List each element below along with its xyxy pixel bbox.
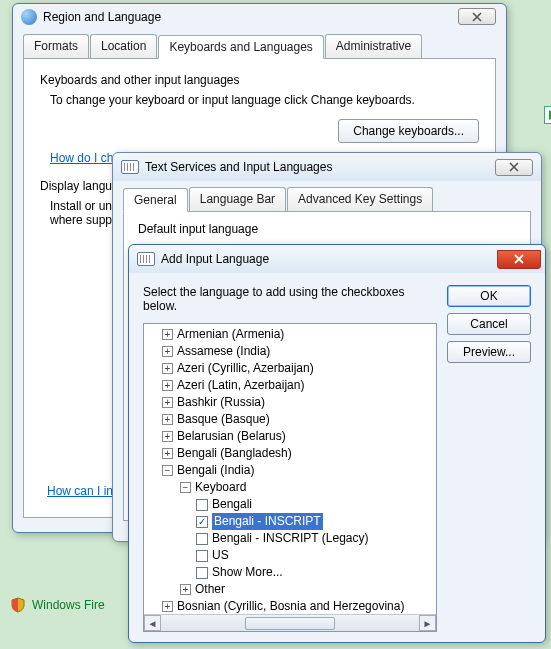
firewall-link-fragment: Windows Fire (10, 597, 105, 613)
tree-item[interactable]: +Bosnian (Cyrillic, Bosnia and Herzegovi… (148, 598, 434, 615)
tree-item-label: Belarusian (Belarus) (177, 428, 286, 445)
tree-item[interactable]: +Basque (Basque) (148, 411, 434, 428)
expand-toggle[interactable]: + (162, 363, 173, 374)
tree-keyboard-item[interactable]: Show More... (148, 564, 434, 581)
tree-keyboard-item[interactable]: Bengali - INSCRIPT (Legacy) (148, 530, 434, 547)
tree-other-node[interactable]: +Other (148, 581, 434, 598)
tab-keyboards-languages[interactable]: Keyboards and Languages (158, 35, 323, 59)
titlebar[interactable]: Region and Language (13, 4, 506, 30)
keyboards-section-desc: To change your keyboard or input languag… (50, 93, 479, 107)
checkbox[interactable] (196, 499, 208, 511)
keyboard-icon (137, 252, 155, 266)
window-title: Add Input Language (161, 252, 497, 266)
shield-icon (10, 597, 26, 613)
tree-item-label: Azeri (Latin, Azerbaijan) (177, 377, 304, 394)
titlebar[interactable]: Add Input Language (129, 245, 545, 273)
instruction-text: Select the language to add using the che… (143, 285, 437, 313)
tree-item-label: US (212, 547, 229, 564)
tree-item-label: Basque (Basque) (177, 411, 270, 428)
keyboard-icon (121, 160, 139, 174)
titlebar[interactable]: Text Services and Input Languages (113, 153, 541, 181)
tree-item-label: Armenian (Armenia) (177, 326, 284, 343)
add-input-language-window: Add Input Language Select the language t… (128, 244, 546, 643)
tree-item-expanded[interactable]: −Bengali (India) (148, 462, 434, 479)
ok-button[interactable]: OK (447, 285, 531, 307)
expand-toggle[interactable]: + (162, 380, 173, 391)
globe-icon (21, 9, 37, 25)
tree-item[interactable]: +Bengali (Bangladesh) (148, 445, 434, 462)
autoplay-icon (544, 106, 551, 124)
expand-toggle[interactable]: + (162, 448, 173, 459)
expand-toggle[interactable]: + (180, 584, 191, 595)
tree-item-label: Bosnian (Cyrillic, Bosnia and Herzegovin… (177, 598, 404, 615)
tab-location[interactable]: Location (90, 34, 157, 58)
tree-keyboard-item[interactable]: US (148, 547, 434, 564)
tab-formats[interactable]: Formats (23, 34, 89, 58)
tree-item[interactable]: +Bashkir (Russia) (148, 394, 434, 411)
window-title: Region and Language (43, 10, 498, 24)
change-keyboards-button[interactable]: Change keyboards... (338, 119, 479, 143)
tree-keyboard-item[interactable]: Bengali - INSCRIPT (148, 513, 434, 530)
expand-toggle[interactable]: + (162, 329, 173, 340)
expand-toggle[interactable]: + (162, 601, 173, 612)
expand-toggle[interactable]: + (162, 431, 173, 442)
scroll-thumb[interactable] (245, 617, 335, 630)
tree-item-label: Bengali - INSCRIPT (Legacy) (212, 530, 369, 547)
checkbox[interactable] (196, 516, 208, 528)
tree-keyboard-item[interactable]: Bengali (148, 496, 434, 513)
tab-administrative[interactable]: Administrative (325, 34, 422, 58)
checkbox[interactable] (196, 550, 208, 562)
tab-advanced-key[interactable]: Advanced Key Settings (287, 187, 433, 211)
how-change-link[interactable]: How do I cha (50, 151, 120, 165)
tree-item-label: Bengali (212, 496, 252, 513)
tree-item-label: Azeri (Cyrillic, Azerbaijan) (177, 360, 314, 377)
tab-language-bar[interactable]: Language Bar (189, 187, 286, 211)
expand-toggle[interactable]: − (162, 465, 173, 476)
tree-item-label: Show More... (212, 564, 283, 581)
checkbox[interactable] (196, 533, 208, 545)
tree-item[interactable]: +Assamese (India) (148, 343, 434, 360)
close-button[interactable] (495, 159, 533, 176)
tabstrip: General Language Bar Advanced Key Settin… (123, 187, 531, 211)
tab-general[interactable]: General (123, 188, 188, 212)
tree-item-label: Keyboard (195, 479, 246, 496)
tree-item-label: Bengali - INSCRIPT (212, 513, 323, 530)
close-button[interactable] (497, 250, 541, 269)
expand-toggle[interactable]: − (180, 482, 191, 493)
expand-toggle[interactable]: + (162, 414, 173, 425)
tree-item-label: Bengali (Bangladesh) (177, 445, 292, 462)
default-input-language-label: Default input language (138, 222, 516, 236)
expand-toggle[interactable]: + (162, 397, 173, 408)
tree-item[interactable]: +Belarusian (Belarus) (148, 428, 434, 445)
close-button[interactable] (458, 8, 496, 25)
firewall-label: Windows Fire (32, 598, 105, 612)
tree-item[interactable]: +Armenian (Armenia) (148, 326, 434, 343)
cancel-button[interactable]: Cancel (447, 313, 531, 335)
expand-toggle[interactable]: + (162, 346, 173, 357)
scroll-right-arrow[interactable]: ► (419, 615, 436, 631)
tree-item-label: Bengali (India) (177, 462, 254, 479)
keyboards-section-label: Keyboards and other input languages (40, 73, 479, 87)
horizontal-scrollbar[interactable]: ◄ ► (144, 614, 436, 631)
tree-item[interactable]: +Azeri (Latin, Azerbaijan) (148, 377, 434, 394)
tree-item-label: Bashkir (Russia) (177, 394, 265, 411)
scroll-left-arrow[interactable]: ◄ (144, 615, 161, 631)
autoplay-link-fragment: AutoP (544, 106, 551, 124)
tree-item[interactable]: +Azeri (Cyrillic, Azerbaijan) (148, 360, 434, 377)
preview-button[interactable]: Preview... (447, 341, 531, 363)
tree-keyboard-node[interactable]: −Keyboard (148, 479, 434, 496)
tree-item-label: Assamese (India) (177, 343, 270, 360)
language-tree[interactable]: +Armenian (Armenia)+Assamese (India)+Aze… (143, 323, 437, 632)
window-title: Text Services and Input Languages (145, 160, 495, 174)
tree-item-label: Other (195, 581, 225, 598)
tabstrip: Formats Location Keyboards and Languages… (23, 34, 496, 58)
checkbox[interactable] (196, 567, 208, 579)
